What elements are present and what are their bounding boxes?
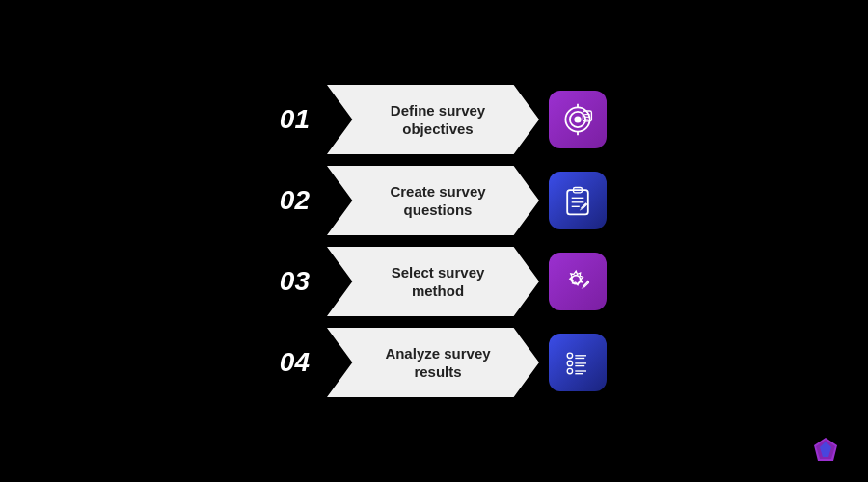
step-text-2: Create surveyquestions	[370, 182, 495, 220]
step-row-2: 02 Create surveyquestions	[261, 166, 607, 235]
svg-point-24	[567, 368, 572, 373]
results-icon	[560, 345, 595, 380]
method-icon	[560, 264, 595, 299]
step-label-2: Create surveyquestions	[327, 166, 539, 235]
step-icon-box-4	[549, 334, 607, 391]
step-number-1: 01	[261, 104, 310, 135]
step-text-3: Select surveymethod	[372, 263, 495, 301]
step-icon-box-3	[549, 253, 607, 310]
step-number-2: 02	[261, 185, 310, 216]
step-icon-box-2	[549, 172, 607, 229]
step-label-4: Analyze surveyresults	[327, 328, 539, 397]
step-text-1: Define surveyobjectives	[371, 101, 495, 139]
step-number-3: 03	[261, 266, 310, 297]
step-number-4: 04	[261, 347, 310, 378]
gem-decoration	[812, 436, 839, 463]
svg-point-23	[567, 361, 572, 365]
step-row-1: 01 Define surveyobjectives	[261, 85, 607, 154]
svg-point-2	[574, 116, 581, 122]
step-label-1: Define surveyobjectives	[327, 85, 539, 154]
step-icon-box-1	[549, 91, 607, 148]
steps-container: 01 Define surveyobjectives 02 Create sur…	[261, 85, 607, 397]
step-row-4: 04 Analyze surveyresults	[261, 328, 607, 397]
step-label-3: Select surveymethod	[327, 247, 539, 316]
questions-icon	[560, 183, 595, 218]
step-row-3: 03 Select surveymethod	[261, 247, 607, 316]
objectives-icon	[560, 102, 595, 137]
step-text-4: Analyze surveyresults	[366, 344, 500, 382]
svg-point-22	[567, 353, 572, 358]
